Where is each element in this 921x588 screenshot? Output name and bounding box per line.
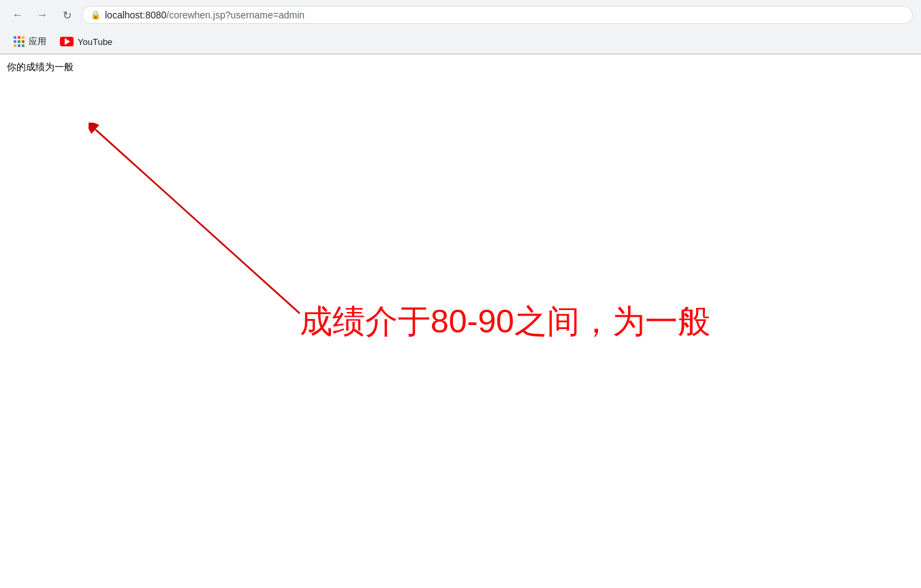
url-path: /corewhen.jsp?username=admin — [166, 10, 305, 20]
apps-label: 应用 — [29, 35, 46, 48]
svg-line-1 — [95, 129, 300, 313]
youtube-icon — [60, 37, 74, 46]
address-bar[interactable]: 🔒 localhost:8080/corewhen.jsp?username=a… — [82, 6, 913, 24]
bookmarks-bar: 应用 YouTube — [0, 30, 921, 54]
youtube-bookmark[interactable]: YouTube — [54, 34, 118, 50]
url-text: localhost:8080/corewhen.jsp?username=adm… — [105, 10, 305, 20]
refresh-button[interactable]: ↻ — [57, 5, 76, 25]
lock-icon: 🔒 — [91, 10, 101, 20]
browser-chrome: ← → ↻ 🔒 localhost:8080/corewhen.jsp?user… — [0, 0, 921, 55]
arrow-graphic — [89, 123, 307, 320]
url-host: localhost:8080 — [105, 10, 166, 20]
small-result-text: 你的成绩为一般 — [7, 61, 74, 74]
forward-button[interactable]: → — [33, 5, 52, 25]
youtube-label: YouTube — [78, 37, 112, 47]
browser-nav: ← → ↻ 🔒 localhost:8080/corewhen.jsp?user… — [0, 0, 921, 30]
apps-bookmark[interactable]: 应用 — [8, 33, 52, 50]
apps-grid-icon — [14, 36, 25, 47]
back-button[interactable]: ← — [8, 5, 27, 25]
youtube-play-triangle — [65, 38, 70, 45]
main-message-text: 成绩介于80-90之间，为一般 — [300, 300, 711, 343]
page-content: 你的成绩为一般 成绩介于80-90之间，为一般 — [0, 55, 921, 586]
